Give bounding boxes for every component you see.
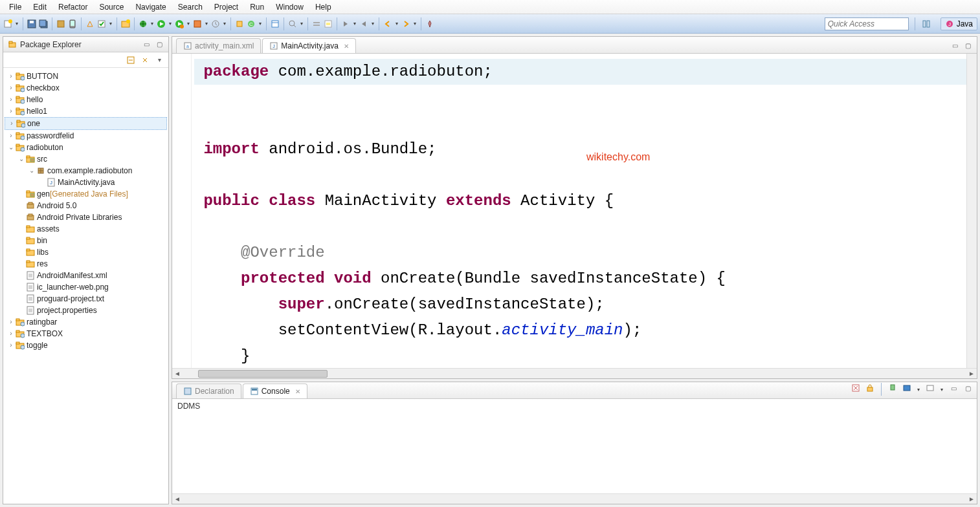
editor-gutter[interactable]: [172, 54, 192, 368]
new-dropdown[interactable]: ▾: [14, 21, 19, 27]
tree-item[interactable]: ›hello: [5, 94, 167, 105]
tree-item[interactable]: ›BUTTON: [5, 70, 167, 82]
bottom-maximize-icon[interactable]: ▢: [963, 383, 973, 393]
view-menu-icon[interactable]: ▾: [154, 55, 164, 65]
debug-icon[interactable]: [138, 19, 148, 29]
menu-run[interactable]: Run: [245, 1, 269, 13]
pin-icon[interactable]: [425, 19, 435, 29]
tab-console[interactable]: Console ✕: [243, 383, 307, 398]
new-class-icon[interactable]: C: [246, 19, 256, 29]
vertical-scrollbar[interactable]: [966, 54, 977, 368]
expand-icon[interactable]: ›: [7, 130, 15, 142]
tree-item[interactable]: Android Private Libraries: [5, 211, 167, 223]
menu-search[interactable]: Search: [173, 1, 208, 13]
lint-icon[interactable]: [85, 19, 95, 29]
expand-icon[interactable]: ›: [7, 82, 15, 94]
tree-item[interactable]: res: [5, 258, 167, 270]
expand-icon[interactable]: ›: [7, 94, 15, 105]
pin-console-icon[interactable]: [887, 383, 898, 393]
tab-main-activity-java[interactable]: J MainActivity.java ✕: [262, 38, 355, 53]
link-editor-icon[interactable]: [140, 55, 150, 65]
tree-item[interactable]: ⌄radiobuton: [5, 142, 167, 153]
expand-icon[interactable]: ›: [8, 118, 16, 129]
expand-icon[interactable]: ›: [7, 105, 15, 117]
collapse-icon[interactable]: ⌄: [28, 165, 36, 177]
close-tab-icon[interactable]: ✕: [344, 43, 349, 50]
console-body[interactable]: DDMS: [172, 399, 977, 493]
console-scrollbar[interactable]: ◄►: [172, 493, 977, 504]
tree-item[interactable]: Android 5.0: [5, 200, 167, 211]
tree-item[interactable]: ic_launcher-web.png: [5, 281, 167, 293]
tree-item[interactable]: ›toggle: [5, 340, 167, 351]
sdk-manager-icon[interactable]: [56, 19, 66, 29]
expand-icon[interactable]: ›: [7, 328, 15, 340]
menu-source[interactable]: Source: [94, 1, 129, 13]
close-console-icon[interactable]: ✕: [295, 388, 300, 395]
code-editor[interactable]: package com.example.radiobuton; import a…: [192, 54, 966, 368]
open-type-icon[interactable]: [270, 19, 280, 29]
scroll-lock-icon[interactable]: [865, 383, 875, 393]
project-tree[interactable]: ›BUTTON›checkbox›hello›hello1›one›passwo…: [3, 68, 168, 354]
new-package-icon[interactable]: [234, 19, 245, 29]
minimize-icon[interactable]: ▭: [141, 39, 151, 50]
tree-item[interactable]: bin: [5, 235, 167, 246]
quick-access-input[interactable]: [825, 17, 909, 30]
prev-annotation-icon[interactable]: [359, 19, 369, 29]
history-icon[interactable]: [210, 19, 221, 29]
menu-edit[interactable]: Edit: [28, 1, 52, 13]
toggle-breadcrumb-icon[interactable]: [311, 19, 322, 29]
collapse-icon[interactable]: ⌄: [7, 142, 15, 153]
external-tools-icon[interactable]: [192, 19, 203, 29]
tree-item[interactable]: ⌄src: [5, 153, 167, 165]
tree-item[interactable]: ⌄com.example.radiobuton: [5, 165, 167, 177]
menu-refactor[interactable]: Refactor: [53, 1, 93, 13]
tree-item[interactable]: proguard-project.txt: [5, 293, 167, 305]
open-console-icon[interactable]: [925, 383, 935, 393]
run-last-icon[interactable]: [174, 19, 184, 29]
tree-item[interactable]: ›hello1: [5, 105, 167, 117]
forward-icon[interactable]: [401, 19, 411, 29]
save-all-icon[interactable]: [38, 19, 49, 29]
display-console-icon[interactable]: [902, 383, 912, 393]
menu-help[interactable]: Help: [310, 1, 337, 13]
tree-item[interactable]: assets: [5, 223, 167, 235]
next-annotation-icon[interactable]: [340, 19, 351, 29]
menu-window[interactable]: Window: [271, 1, 309, 13]
tree-item[interactable]: project.properties: [5, 305, 167, 316]
editor-minimize-icon[interactable]: ▭: [950, 40, 960, 50]
maximize-icon[interactable]: ▢: [154, 39, 164, 50]
mark-occurrences-icon[interactable]: [323, 19, 333, 29]
collapse-icon[interactable]: ⌄: [17, 153, 25, 165]
save-icon[interactable]: [27, 19, 37, 29]
menu-navigate[interactable]: Navigate: [130, 1, 171, 13]
avd-manager-icon[interactable]: [67, 19, 78, 29]
new-icon[interactable]: [3, 19, 13, 29]
tab-declaration[interactable]: Declaration: [176, 383, 241, 398]
search-icon[interactable]: [287, 19, 298, 29]
tree-item[interactable]: libs: [5, 246, 167, 258]
editor-maximize-icon[interactable]: ▢: [963, 40, 973, 50]
bottom-minimize-icon[interactable]: ▭: [948, 383, 959, 393]
run-icon[interactable]: [156, 19, 166, 29]
expand-icon[interactable]: ›: [7, 340, 15, 351]
tree-item[interactable]: ›one: [5, 117, 167, 130]
tree-item[interactable]: JMainActivity.java: [5, 177, 167, 188]
perspective-java[interactable]: J Java: [941, 17, 977, 30]
clear-console-icon[interactable]: [851, 383, 861, 393]
tree-item[interactable]: gen [Generated Java Files]: [5, 188, 167, 200]
tree-item[interactable]: ›passwordfelid: [5, 130, 167, 142]
tree-item[interactable]: ›checkbox: [5, 82, 167, 94]
collapse-all-icon[interactable]: [126, 55, 136, 65]
tree-item[interactable]: AndroidManifest.xml: [5, 270, 167, 281]
tab-activity-main-xml[interactable]: a activity_main.xml: [176, 38, 261, 53]
tree-item[interactable]: ›ratingbar: [5, 316, 167, 328]
open-perspective-icon[interactable]: [921, 19, 931, 29]
back-icon[interactable]: [383, 19, 393, 29]
expand-icon[interactable]: ›: [7, 70, 15, 82]
menu-project[interactable]: Project: [209, 1, 243, 13]
expand-icon[interactable]: ›: [7, 316, 15, 328]
tree-item[interactable]: ›TEXTBOX: [5, 328, 167, 340]
menu-file[interactable]: File: [4, 1, 27, 13]
new-project-icon[interactable]: [120, 19, 131, 29]
horizontal-scrollbar[interactable]: ◄►: [172, 368, 977, 378]
